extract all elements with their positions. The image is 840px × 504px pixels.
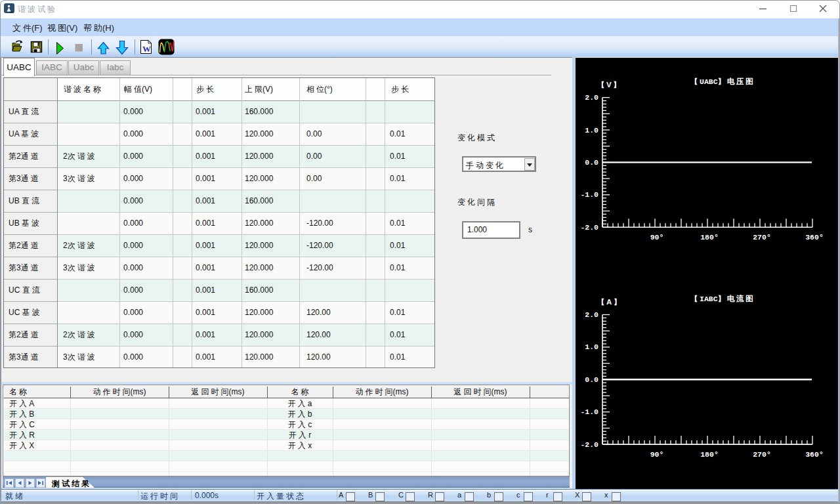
svg-text:360°: 360°: [805, 450, 824, 459]
svg-text:【V】: 【V】: [597, 81, 622, 89]
svg-text:90°: 90°: [650, 450, 664, 459]
svg-text:W: W: [142, 44, 151, 54]
svg-text:1.0: 1.0: [585, 343, 598, 351]
svg-text:180°: 180°: [700, 233, 719, 242]
svg-text:-2.0: -2.0: [580, 440, 598, 449]
svg-text:2.0: 2.0: [585, 310, 598, 319]
svg-text:-1.0: -1.0: [580, 408, 598, 416]
svg-text:-2.0: -2.0: [580, 223, 598, 232]
svg-text:360°: 360°: [805, 233, 824, 242]
svg-text:-1.0: -1.0: [580, 190, 598, 199]
svg-text:270°: 270°: [753, 450, 771, 459]
svg-text:2.0: 2.0: [585, 93, 598, 102]
svg-text:【A】: 【A】: [597, 298, 623, 306]
svg-text:180°: 180°: [700, 450, 719, 459]
svg-text:0.0: 0.0: [585, 375, 598, 384]
svg-text:【UABC】电压图: 【UABC】电压图: [690, 77, 755, 86]
svg-text:90°: 90°: [650, 233, 664, 242]
svg-text:270°: 270°: [753, 233, 771, 242]
svg-text:【IABC】电流图: 【IABC】电流图: [690, 294, 755, 303]
svg-text:1.0: 1.0: [585, 126, 598, 135]
svg-text:0.0: 0.0: [585, 158, 598, 167]
